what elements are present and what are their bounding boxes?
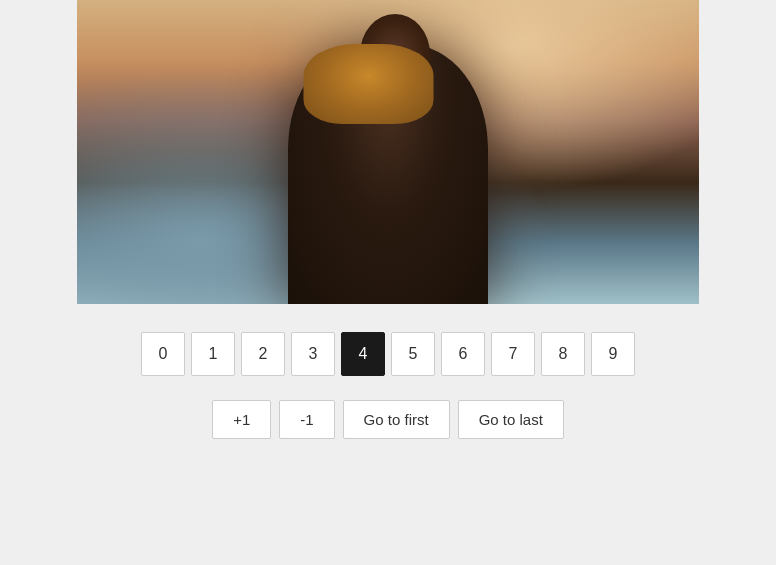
decrement-button[interactable]: -1: [279, 400, 334, 439]
action-buttons: +1 -1 Go to first Go to last: [212, 400, 564, 439]
image-container: [0, 0, 776, 304]
page-btn-4[interactable]: 4: [341, 332, 385, 376]
increment-button[interactable]: +1: [212, 400, 271, 439]
hero-image: [77, 0, 699, 304]
go-first-button[interactable]: Go to first: [343, 400, 450, 439]
page-btn-5[interactable]: 5: [391, 332, 435, 376]
page-btn-1[interactable]: 1: [191, 332, 235, 376]
page-btn-8[interactable]: 8: [541, 332, 585, 376]
page-btn-0[interactable]: 0: [141, 332, 185, 376]
page-btn-6[interactable]: 6: [441, 332, 485, 376]
page-btn-9[interactable]: 9: [591, 332, 635, 376]
go-last-button[interactable]: Go to last: [458, 400, 564, 439]
page-btn-7[interactable]: 7: [491, 332, 535, 376]
pagination-container: 0 1 2 3 4 5 6 7 8 9: [141, 332, 635, 376]
page-btn-2[interactable]: 2: [241, 332, 285, 376]
page-btn-3[interactable]: 3: [291, 332, 335, 376]
person-scarf: [304, 44, 434, 124]
page-wrapper: 0 1 2 3 4 5 6 7 8 9 +1 -1 Go to first Go…: [0, 0, 776, 565]
